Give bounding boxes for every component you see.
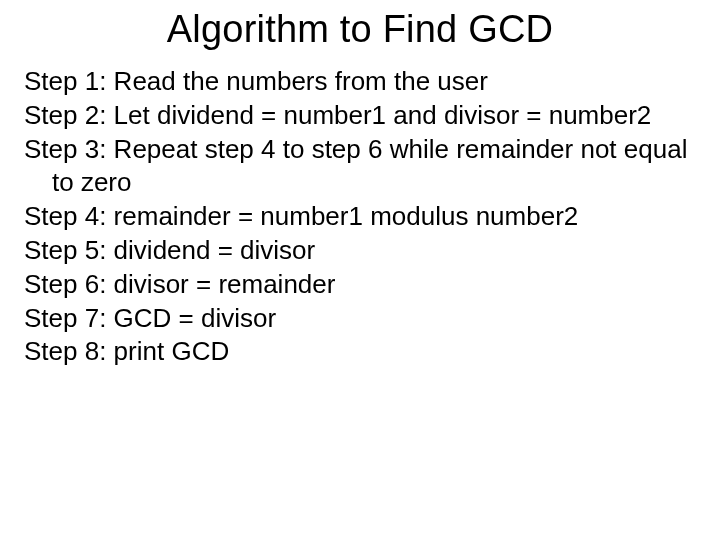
algorithm-step-4: Step 4: remainder = number1 modulus numb… <box>24 200 696 234</box>
slide-content: Step 1: Read the numbers from the user S… <box>24 65 696 369</box>
algorithm-step-7: Step 7: GCD = divisor <box>24 302 696 336</box>
algorithm-step-1: Step 1: Read the numbers from the user <box>24 65 696 99</box>
slide-container: Algorithm to Find GCD Step 1: Read the n… <box>0 0 720 393</box>
algorithm-step-2: Step 2: Let dividend = number1 and divis… <box>24 99 696 133</box>
slide-title: Algorithm to Find GCD <box>24 8 696 51</box>
algorithm-step-8: Step 8: print GCD <box>24 335 696 369</box>
algorithm-step-6: Step 6: divisor = remainder <box>24 268 696 302</box>
algorithm-step-5: Step 5: dividend = divisor <box>24 234 696 268</box>
algorithm-step-3: Step 3: Repeat step 4 to step 6 while re… <box>24 133 696 201</box>
